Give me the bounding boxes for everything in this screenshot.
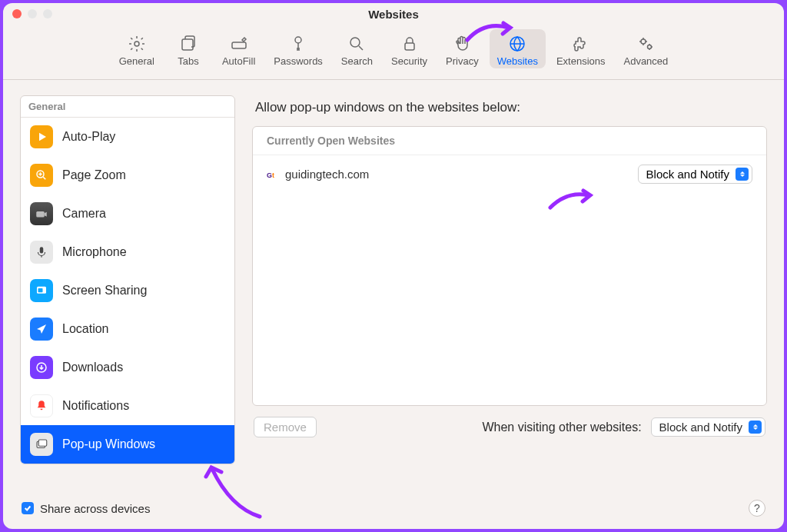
other-websites-row: When visiting other websites: Block and … [482, 417, 765, 437]
globe-icon [508, 34, 526, 54]
sidebar-item-screensharing[interactable]: Screen Sharing [21, 271, 234, 310]
svg-rect-5 [405, 43, 414, 50]
location-icon [30, 318, 53, 341]
tabs-icon [179, 34, 198, 54]
svg-rect-1 [182, 39, 193, 50]
hand-icon [453, 34, 471, 54]
sidebar-item-downloads[interactable]: Downloads [21, 348, 234, 387]
search-icon [347, 34, 366, 54]
bell-icon [30, 394, 53, 417]
svg-rect-2 [232, 42, 246, 48]
sidebar-item-autoplay[interactable]: Auto-Play [21, 118, 234, 156]
sidebar-item-microphone[interactable]: Microphone [21, 233, 234, 271]
open-websites-list: Currently Open Websites Gt guidingtech.c… [252, 126, 767, 406]
tab-privacy[interactable]: Privacy [438, 29, 486, 68]
settings-sidebar: General Auto-Play Page Zoom Camera Micro… [20, 95, 235, 464]
help-button[interactable]: ? [749, 500, 765, 517]
sidebar-section-header: General [21, 96, 234, 118]
svg-rect-16 [38, 440, 47, 446]
tab-extensions[interactable]: Extensions [549, 29, 613, 68]
key-icon [289, 34, 307, 54]
tab-autofill[interactable]: AutoFill [214, 29, 263, 68]
titlebar: Websites [3, 3, 784, 25]
site-favicon-icon: Gt [267, 168, 279, 181]
footer: Share across devices ? [3, 490, 784, 529]
svg-point-4 [350, 38, 360, 47]
checkbox-checked-icon [22, 502, 34, 514]
lock-icon [400, 34, 419, 54]
svg-text:G: G [267, 171, 272, 179]
chevron-updown-icon [749, 421, 762, 434]
tab-tabs[interactable]: Tabs [165, 29, 211, 68]
zoom-icon [30, 164, 53, 187]
svg-text:t: t [272, 171, 274, 179]
preferences-window: Websites General Tabs AutoFill Passwords… [3, 3, 784, 529]
svg-point-8 [648, 45, 652, 49]
bottom-controls: Remove When visiting other websites: Blo… [252, 406, 767, 437]
tab-general[interactable]: General [111, 29, 162, 68]
open-websites-header: Currently Open Websites [253, 127, 766, 155]
traffic-lights [12, 9, 52, 18]
sidebar-item-location[interactable]: Location [21, 310, 234, 348]
play-icon [30, 125, 53, 148]
gear-icon [128, 34, 146, 54]
chevron-updown-icon [736, 168, 749, 181]
gears-icon [636, 34, 655, 54]
download-icon [30, 356, 53, 379]
microphone-icon [30, 241, 53, 264]
puzzle-icon [572, 34, 590, 54]
site-policy-select[interactable]: Block and Notify [638, 165, 752, 184]
zoom-window-button[interactable] [43, 9, 52, 18]
svg-point-7 [641, 39, 646, 44]
pencil-icon [230, 34, 248, 54]
tab-websites[interactable]: Websites [490, 29, 546, 68]
content-area: General Auto-Play Page Zoom Camera Micro… [3, 80, 784, 490]
minimize-window-button[interactable] [28, 9, 37, 18]
sidebar-item-camera[interactable]: Camera [21, 195, 234, 233]
window-icon [30, 433, 53, 456]
sidebar-item-popups[interactable]: Pop-up Windows [21, 425, 234, 464]
svg-rect-13 [38, 288, 43, 292]
tab-passwords[interactable]: Passwords [266, 29, 330, 68]
svg-rect-10 [36, 211, 45, 218]
prefs-toolbar: General Tabs AutoFill Passwords Search S… [3, 25, 784, 80]
svg-point-3 [295, 37, 301, 43]
main-heading: Allow pop-up windows on the websites bel… [252, 95, 767, 126]
tab-advanced[interactable]: Advanced [616, 29, 676, 68]
sidebar-item-pagezoom[interactable]: Page Zoom [21, 156, 234, 195]
site-info: Gt guidingtech.com [267, 168, 369, 181]
window-title: Websites [3, 8, 784, 21]
main-pane: Allow pop-up windows on the websites bel… [252, 95, 767, 481]
other-websites-label: When visiting other websites: [482, 421, 641, 434]
other-policy-select[interactable]: Block and Notify [651, 417, 765, 437]
close-window-button[interactable] [12, 9, 22, 18]
svg-rect-11 [40, 247, 44, 253]
site-domain: guidingtech.com [285, 168, 369, 181]
screen-icon [30, 279, 53, 302]
sidebar-item-notifications[interactable]: Notifications [21, 387, 234, 425]
remove-button[interactable]: Remove [254, 417, 317, 437]
share-across-devices-checkbox[interactable]: Share across devices [22, 502, 150, 515]
site-row[interactable]: Gt guidingtech.com Block and Notify [253, 155, 766, 193]
svg-point-0 [134, 42, 139, 46]
tab-search[interactable]: Search [334, 29, 380, 68]
camera-icon [30, 202, 53, 225]
tab-security[interactable]: Security [384, 29, 435, 68]
